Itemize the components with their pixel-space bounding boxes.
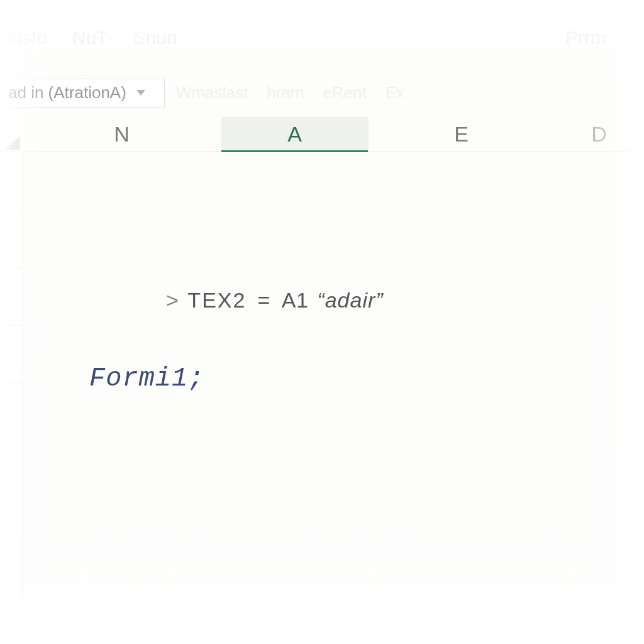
chevron-down-icon bbox=[136, 90, 145, 96]
column-header-label: D bbox=[591, 122, 607, 147]
formula-rhs-cell: A1 bbox=[282, 288, 309, 313]
column-header-E[interactable]: E bbox=[369, 117, 555, 152]
formula-rhs-string: “adair” bbox=[317, 288, 383, 313]
ribbon-item[interactable]: Prrm bbox=[565, 27, 606, 48]
formula-bar-row: ad in (AtrationA) Wmaslast hram eRent Ex bbox=[0, 75, 644, 110]
column-header-label: N bbox=[114, 122, 130, 147]
column-header-D[interactable]: D bbox=[555, 117, 644, 152]
formula-name: Formi1; bbox=[89, 364, 204, 394]
formula-line: > TEX2 = A1 “adair” bbox=[166, 288, 384, 313]
select-all-corner[interactable] bbox=[0, 117, 23, 152]
formula-hint: hram bbox=[267, 83, 304, 103]
column-header-A[interactable]: A bbox=[221, 117, 369, 152]
ribbon-item[interactable]: NuT bbox=[72, 27, 108, 48]
equals-sign: = bbox=[255, 288, 272, 313]
row-header[interactable] bbox=[0, 152, 22, 210]
row-header[interactable] bbox=[0, 268, 22, 326]
row-header[interactable] bbox=[0, 210, 22, 268]
formula-bar-hints: Wmaslast hram eRent Ex bbox=[176, 83, 404, 103]
column-headers: N A E D bbox=[0, 117, 644, 152]
name-box-value: ad in (AtrationA) bbox=[8, 83, 126, 103]
row-header[interactable] bbox=[0, 384, 22, 441]
column-header-N[interactable]: N bbox=[23, 117, 221, 152]
ribbon-item[interactable]: A bbox=[631, 27, 644, 48]
prompt-icon: > bbox=[166, 288, 179, 313]
ribbon-item[interactable]: msfo bbox=[6, 27, 47, 48]
row-headers bbox=[0, 152, 23, 644]
sheet-content[interactable]: > TEX2 = A1 “adair” Formi1; bbox=[23, 152, 644, 644]
name-box-dropdown[interactable]: ad in (AtrationA) bbox=[0, 79, 165, 108]
formula-lhs: TEX2 bbox=[187, 288, 246, 313]
formula-hint: Wmaslast bbox=[176, 83, 248, 103]
formula-hint: eRent bbox=[323, 83, 366, 103]
ribbon-item[interactable]: Snun bbox=[133, 27, 177, 48]
formula-hint: Ex bbox=[386, 83, 404, 103]
row-header[interactable] bbox=[0, 326, 22, 384]
column-header-label: A bbox=[287, 122, 302, 147]
ribbon: msfo NuT Snun Prrm A bbox=[0, 19, 644, 57]
column-header-label: E bbox=[454, 122, 469, 147]
